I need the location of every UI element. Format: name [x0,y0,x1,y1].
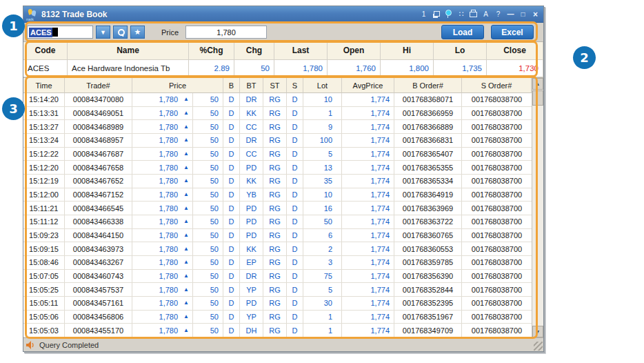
table-row[interactable]: 15:07:05 000843460743 1,780 ▲ 50 D DR RG… [23,270,532,284]
col-header-sorder: S Order# [462,78,532,93]
summary-table: Code Name %Chg Chg Last Open Hi Lo Close… [23,41,543,77]
table-row[interactable]: 15:13:31 000843469051 1,780 ▲ 50 D KK RG… [23,107,532,121]
cell-b: D [223,283,240,296]
table-row[interactable]: 15:14:20 000843470080 1,780 ▲ 50 D DR RG… [23,93,532,107]
cell-b: D [223,256,240,269]
code-search-button[interactable] [113,26,128,39]
col-header-lot: Lot [303,78,342,93]
help-icon[interactable]: ? [494,10,502,19]
price-value: 1,780 [159,258,179,266]
summary-data-row[interactable]: ACES Ace Hardware Indonesia Tb 2.89 50 1… [23,60,543,78]
table-row[interactable]: 15:13:27 000843468989 1,780 ▲ 50 D CC RG… [23,120,532,134]
cell-bt: YP [240,283,263,296]
excel-button[interactable]: Excel [491,25,534,39]
vertical-scrollbar[interactable]: ▲ ▼ [532,78,543,337]
table-row[interactable]: 15:05:11 000843457161 1,780 ▲ 50 D PD RG… [23,297,532,311]
windows-icon[interactable] [432,10,440,19]
price-value: 1,780 [159,313,179,321]
resize-grip[interactable] [534,342,543,351]
stock-code-input[interactable]: ACES [27,26,93,39]
cell-bt: DR [240,93,263,106]
cell-sorder: 001768038700 [462,161,532,174]
favorite-button[interactable]: ★ [130,26,145,39]
cell-b: D [223,161,240,174]
count-indicator[interactable]: 1 [420,10,427,19]
cell-b: D [223,215,240,228]
cell-chg: 50 [193,120,223,133]
summary-header-chg: Chg [234,42,274,60]
up-triangle-icon: ▲ [183,300,189,306]
cell-bt: DR [240,270,263,283]
up-triangle-icon: ▲ [183,124,189,130]
table-row[interactable]: 15:05:03 000843455170 1,780 ▲ 50 D DH RG… [23,324,532,337]
table-row[interactable]: 15:11:21 000843466545 1,780 ▲ 50 D PD RG… [23,202,532,215]
cell-time: 15:08:46 [23,256,65,269]
font-icon[interactable]: A [482,10,490,19]
cell-s: D [287,120,303,133]
cell-avgprice: 1,774 [342,134,394,147]
trade-grid-header: Time Trade# Price B BT ST S Lot AvgPrice… [23,78,532,93]
table-row[interactable]: 15:12:00 000843467152 1,780 ▲ 50 D YB RG… [23,188,532,202]
cell-st: RG [263,229,287,242]
up-triangle-icon: ▲ [183,165,189,170]
cell-b: D [223,202,240,215]
close-icon[interactable]: × [532,10,539,19]
cell-s: D [287,311,303,324]
maximize-icon[interactable]: □ [519,10,527,19]
table-row[interactable]: 15:11:12 000843466338 1,780 ▲ 50 D PD RG… [23,215,532,229]
cell-chg: 50 [193,161,223,174]
col-header-time: Time [23,78,65,93]
table-row[interactable]: 15:05:25 000843457537 1,780 ▲ 50 D YP RG… [23,283,532,297]
cell-trade: 000843467687 [65,148,132,161]
summary-name: Ace Hardware Indonesia Tb [68,60,189,78]
status-text: Query Completed [39,341,99,349]
price-label: Price [161,28,179,37]
minimize-icon[interactable]: — [507,10,514,19]
cell-trade: 000843470080 [65,93,132,106]
table-row[interactable]: 15:09:15 000843463973 1,780 ▲ 50 D KK RG… [23,242,532,256]
speaker-icon [26,341,36,349]
table-row[interactable]: 15:09:23 000843464150 1,780 ▲ 50 D PD RG… [23,229,532,243]
cell-trade: 000843463973 [65,242,132,255]
expand-icon[interactable]: ∷ [457,10,465,19]
table-row[interactable]: 15:12:20 000843467658 1,780 ▲ 50 D PD RG… [23,161,532,175]
cell-bt: PD [240,202,263,215]
cell-border: 001768349709 [394,324,462,337]
cell-st: RG [263,311,287,324]
scrollbar-track[interactable] [532,106,543,326]
cell-time: 15:11:21 [23,202,65,215]
scroll-up-button[interactable]: ▲ [532,78,543,90]
cell-chg: 50 [193,229,223,242]
cell-s: D [287,297,303,310]
scrollbar-thumb[interactable] [532,90,543,106]
cell-chg: 50 [193,311,223,324]
cell-bt: PD [240,297,263,310]
load-button[interactable]: Load [441,25,484,39]
cell-bt: KK [240,242,263,255]
code-dropdown-button[interactable]: ▼ [96,26,110,39]
cell-sorder: 001768038700 [462,297,532,310]
cell-time: 15:09:15 [23,242,65,255]
table-row[interactable]: 15:08:46 000843463267 1,780 ▲ 50 D EP RG… [23,256,532,270]
cell-time: 15:13:27 [23,120,65,133]
trade-grid-body: 15:14:20 000843470080 1,780 ▲ 50 D DR RG… [23,93,532,337]
summary-header-last: Last [274,42,328,60]
price-input[interactable]: 1,780 [185,26,267,39]
col-header-trade: Trade# [65,78,132,93]
table-row[interactable]: 15:12:22 000843467687 1,780 ▲ 50 D CC RG… [23,148,532,161]
cell-trade: 000843467152 [65,188,132,202]
cell-st: RG [263,161,287,174]
print-icon[interactable] [470,10,477,19]
scroll-down-button[interactable]: ▼ [532,326,543,337]
cell-trade: 000843460743 [65,270,132,283]
price-value: 1,780 [217,28,236,37]
table-row[interactable]: 15:05:06 000843456806 1,780 ▲ 50 D YP RG… [23,311,532,324]
status-bar: Query Completed [23,337,543,351]
summary-header-code: Code [23,42,68,60]
table-row[interactable]: 15:12:19 000843467652 1,780 ▲ 50 D KK RG… [23,175,532,188]
cell-avgprice: 1,774 [342,311,394,324]
cell-sorder: 001768038700 [462,148,532,161]
table-row[interactable]: 15:13:24 000843468957 1,780 ▲ 50 D DR RG… [23,134,532,148]
price-value: 1,780 [159,95,179,104]
pin-icon[interactable] [445,10,452,19]
